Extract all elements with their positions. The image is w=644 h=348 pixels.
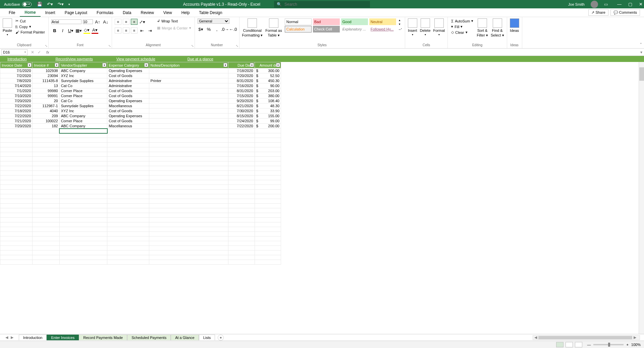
cell-invoice-num[interactable]: 112987-1 [33,103,59,109]
table-row[interactable] [0,213,281,218]
cell-invoice-date[interactable]: 7/10/2020 [0,93,33,98]
cell-vendor[interactable]: Sunnydale Supplies [59,103,107,109]
filter-icon[interactable]: ▾ [55,63,59,67]
header-due-date[interactable]: Due Date▾ [228,62,255,68]
tab-formulas[interactable]: Formulas [92,8,118,17]
tab-help[interactable]: Help [177,8,195,17]
cell-amount[interactable]: $33.90 [255,109,281,114]
cell-notes[interactable] [149,98,228,103]
orientation-icon[interactable]: ⤢▾ [139,18,146,25]
decrease-indent-icon[interactable]: ⇤ [139,27,146,34]
table-row[interactable]: 7/8/2020111435-8Sunnydale SuppliesAdmini… [0,78,281,83]
table-row[interactable] [0,161,281,166]
page-layout-view-icon[interactable] [566,342,573,347]
tab-data[interactable]: Data [118,8,136,17]
ideas-button[interactable]: Ideas [510,18,519,32]
align-right-icon[interactable]: ≡ [131,27,138,33]
header-amount[interactable]: Amount due▾ [255,62,281,68]
font-color-icon[interactable]: A▾ [92,27,98,34]
clipboard-dialog-launcher-icon[interactable]: ⤡ [45,44,48,48]
hscroll-left-icon[interactable]: ◀ [533,335,538,340]
cell-vendor[interactable]: Corner Place [59,88,107,93]
cell-notes[interactable] [149,119,228,124]
sheet-area[interactable]: Invoice Date▾ Invoice #▾ Vendor/Supplier… [0,62,644,334]
cell-invoice-date[interactable]: 7/1/2020 [0,88,33,93]
zoom-in-icon[interactable]: + [626,343,628,347]
cell-category[interactable]: Cost of Goods [107,73,149,78]
number-dialog-launcher-icon[interactable]: ⤡ [236,44,238,48]
header-notes[interactable]: Notes/Description▾ [149,62,228,68]
cell-amount[interactable]: $90.00 [255,83,281,88]
cell-amount[interactable]: $99.00 [255,119,281,124]
tab-file[interactable]: File [4,8,20,17]
border-icon[interactable]: ▦▾ [75,27,82,34]
cell-category[interactable]: Operating Expenses [107,68,149,73]
sheet-tab-lists[interactable]: Lists [199,335,215,340]
cell-notes[interactable] [149,68,228,73]
cell-category[interactable] [107,129,149,133]
cell-invoice-date[interactable]: 7/18/2020 [0,109,33,114]
cell-amount[interactable]: $380.00 [255,93,281,98]
filter-icon[interactable]: ▾ [144,63,148,67]
styles-scroll-up-icon[interactable]: ▴ [399,18,402,22]
style-explanatory[interactable]: Explanatory ... [341,26,368,32]
table-row[interactable] [0,180,281,185]
cell-due-date[interactable]: 8/21/2020 [228,103,255,109]
cell-notes[interactable] [149,83,228,88]
table-row[interactable] [0,232,281,236]
cell-amount[interactable]: $155.00 [255,114,281,119]
cell-due-date[interactable]: 7/24/2020 [228,119,255,124]
nav-payment-schedule[interactable]: View payment schedule [116,57,155,61]
filter-icon[interactable]: ▾ [102,63,106,67]
zoom-slider[interactable] [593,344,624,345]
format-cells-button[interactable]: Format▾ [433,18,445,36]
table-row[interactable] [0,199,281,204]
table-row[interactable] [0,176,281,180]
cell-invoice-date[interactable]: 7/20/2020 [0,124,33,129]
sort-filter-button[interactable]: Sort &Filter ▾ [477,18,488,38]
cell-invoice-date[interactable]: 7/22/2020 [0,103,33,109]
table-row[interactable] [0,194,281,199]
cell-due-date[interactable]: 8/31/2020 [228,88,255,93]
table-row[interactable] [0,171,281,176]
table-row[interactable] [0,157,281,161]
undo-icon[interactable]: ↶▾ [47,2,53,7]
sheet-tab-at-a-glance[interactable]: At a Glance [171,335,199,340]
cell-invoice-num[interactable] [33,129,59,133]
hscroll-right-icon[interactable]: ▶ [632,335,638,340]
table-row[interactable] [0,236,281,241]
header-invoice-date[interactable]: Invoice Date▾ [0,62,33,68]
alignment-dialog-launcher-icon[interactable]: ⤡ [191,44,194,48]
toggle-switch[interactable]: Off [22,2,32,7]
table-row[interactable] [0,166,281,171]
enter-formula-icon[interactable]: ✓ [38,50,41,55]
cut-button[interactable]: ✂ Cut [15,18,46,23]
user-avatar[interactable] [591,1,598,8]
tab-page-layout[interactable]: Page Layout [60,8,92,17]
sheet-tab-scheduled-payments[interactable]: Scheduled Payments [127,335,171,340]
header-category[interactable]: Expense Category▾ [107,62,149,68]
chevron-down-icon[interactable]: ▾ [7,33,8,36]
cell-due-date[interactable]: 7/15/2020 [228,93,255,98]
close-icon[interactable]: ✕ [639,2,643,7]
table-row[interactable]: 7/20/202020Cat CoOperating Expenses9/20/… [0,98,281,103]
cell-invoice-num[interactable]: 20 [33,98,59,103]
table-row[interactable]: 7/14/202013Cat CoAdministrative7/16/2020… [0,83,281,88]
table-row[interactable] [0,138,281,143]
minimize-icon[interactable]: — [617,2,622,7]
ribbon-display-icon[interactable]: ▭ [604,2,608,7]
filter-icon[interactable]: ▾ [276,63,280,67]
formula-input[interactable] [51,49,639,55]
italic-icon[interactable]: I [59,27,66,34]
table-row[interactable] [0,129,281,133]
cell-notes[interactable] [149,88,228,93]
cell-vendor[interactable]: XYZ Inc [59,73,107,78]
cell-due-date[interactable]: 7/18/2020 [228,68,255,73]
number-format-select[interactable]: General [198,18,229,24]
zoom-level[interactable]: 100% [631,343,641,347]
copy-button[interactable]: ⎘ Copy ▾ [15,24,46,29]
tab-review[interactable]: Review [136,8,158,17]
style-neutral[interactable]: Neutral [369,18,396,25]
table-row[interactable] [0,260,281,265]
cell-notes[interactable] [149,129,228,133]
